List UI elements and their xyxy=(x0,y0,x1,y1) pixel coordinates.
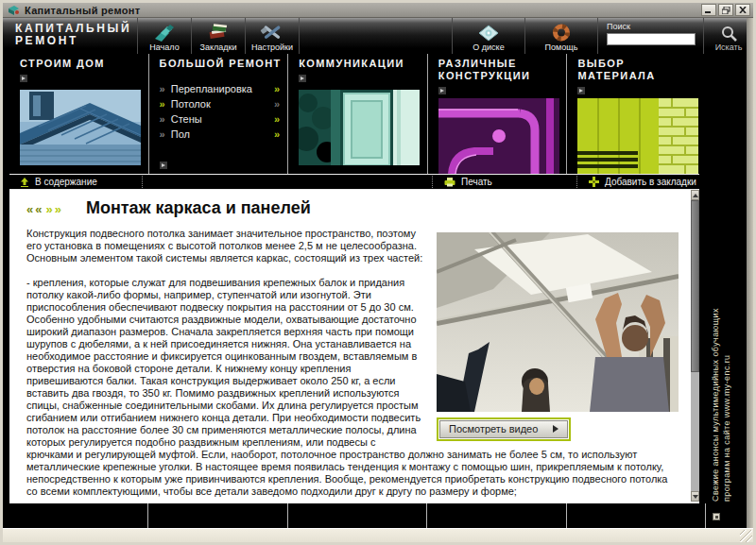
scrollbar-thumb[interactable] xyxy=(691,200,699,372)
play-icon xyxy=(553,425,558,433)
page-forward-arrows[interactable]: »» xyxy=(45,202,62,216)
bookmarks-icon xyxy=(206,23,231,42)
restore-icon xyxy=(722,7,730,14)
chevron-left-icon: » xyxy=(160,84,165,94)
app-window: Капитальный ремонт КАПИТАЛЬНЫЙ РЕМОНТ xyxy=(0,0,756,545)
bottom-divider-cell xyxy=(148,503,287,528)
watch-video-button[interactable]: Посмотреть видео xyxy=(439,420,568,438)
about-disc-label: О диске xyxy=(472,43,504,52)
search-input[interactable] xyxy=(607,33,696,45)
category-arrow-icon[interactable] xyxy=(299,75,306,82)
category-thumbnail-bricks[interactable] xyxy=(577,98,698,174)
chevron-right-icon: » xyxy=(274,99,280,110)
site-promo-note: Свежие анонсы мультимедийных обучающих п… xyxy=(711,286,732,502)
bottom-divider-cell xyxy=(288,503,427,528)
bookmarks-label: Закладки xyxy=(200,43,237,52)
category-thumbnail-pipes[interactable] xyxy=(438,98,559,174)
settings-label: Настройки xyxy=(251,43,293,52)
article-media-block: Посмотреть видео xyxy=(437,232,679,441)
about-disc-button[interactable]: О диске xyxy=(453,18,525,54)
settings-icon xyxy=(260,23,284,42)
disc-icon xyxy=(477,24,500,43)
category-title: ВЫБОР МАТЕРИАЛА xyxy=(577,58,706,82)
menu-item-floor[interactable]: » Пол » xyxy=(160,127,281,142)
arrow-up-icon xyxy=(20,178,29,187)
search-label: Поиск xyxy=(607,22,630,31)
category-title: РАЗЛИЧНЫЕ КОНСТРУКЦИИ xyxy=(438,58,567,82)
toolbar-separator xyxy=(432,176,433,188)
category-various-constructions[interactable]: РАЗЛИЧНЫЕ КОНСТРУКЦИИ xyxy=(428,54,568,174)
big-repair-menu: » Перепланировка » » Потолок » » Стены »… xyxy=(160,81,288,142)
app-header: КАПИТАЛЬНЫЙ РЕМОНТ Начало Закладки xyxy=(3,18,753,54)
home-icon xyxy=(152,23,177,42)
home-label: Начало xyxy=(149,43,179,52)
category-arrow-icon[interactable] xyxy=(438,87,446,94)
window-title: Капитальный ремонт xyxy=(25,5,699,16)
category-big-repair: БОЛЬШОЙ РЕМОНТ » Перепланировка » » Пото… xyxy=(149,54,289,174)
category-build-house[interactable]: СТРОИМ ДОМ xyxy=(9,54,149,174)
toolbar-separator xyxy=(142,176,143,188)
window-right-frame xyxy=(747,18,753,528)
ceiling-installation-photo xyxy=(437,232,679,412)
app-logo: КАПИТАЛЬНЫЙ РЕМОНТ xyxy=(3,18,138,54)
category-arrow-icon[interactable] xyxy=(577,87,585,94)
chevron-left-icon: » xyxy=(160,99,165,110)
help-label: Помощь xyxy=(545,43,578,52)
category-arrow-icon[interactable] xyxy=(20,75,27,82)
close-button[interactable] xyxy=(735,4,750,16)
scroll-down-button[interactable] xyxy=(691,491,699,502)
chevron-right-icon: » xyxy=(274,129,280,140)
search-button-label: Искать xyxy=(715,43,743,52)
contents-button[interactable]: В содержание xyxy=(20,175,97,189)
page-back-arrows[interactable]: «« xyxy=(26,202,43,216)
article-area: «« »» Монтаж каркаса и панелей xyxy=(9,190,699,503)
menu-item-ceiling[interactable]: » Потолок » xyxy=(160,96,281,111)
chevron-right-icon: » xyxy=(274,114,280,125)
restore-button[interactable] xyxy=(718,4,733,16)
menu-item-walls[interactable]: » Стены » xyxy=(160,111,281,127)
app-icon xyxy=(8,5,20,16)
category-title: СТРОИМ ДОМ xyxy=(20,58,148,70)
category-row: СТРОИМ ДОМ БОЛЬШОЙ РЕМОНТ » Переплан xyxy=(9,54,706,174)
window-statusbar xyxy=(3,528,753,543)
help-button[interactable]: Помощь xyxy=(525,18,598,54)
bottom-divider-cell xyxy=(706,503,747,528)
settings-button[interactable]: Настройки xyxy=(246,18,300,54)
category-communications[interactable]: КОММУНИКАЦИИ xyxy=(288,54,428,174)
printer-icon xyxy=(444,178,455,187)
header-spacer xyxy=(300,18,453,54)
chevron-right-icon: » xyxy=(274,84,280,94)
category-thumbnail-communications[interactable] xyxy=(299,90,420,165)
close-icon xyxy=(739,7,747,13)
menu-item-replanning[interactable]: » Перепланировка » xyxy=(160,81,281,96)
chevron-left-icon: » xyxy=(160,114,165,125)
minimize-button[interactable] xyxy=(701,4,716,16)
add-bookmark-button[interactable]: Добавить в закладки xyxy=(589,175,696,189)
help-icon xyxy=(550,24,573,43)
resize-grip[interactable] xyxy=(740,530,752,542)
right-sidebar: Свежие анонсы мультимедийных обучающих п… xyxy=(699,174,747,528)
print-button[interactable]: Печать xyxy=(444,175,492,189)
add-bookmark-label: Добавить в закладки xyxy=(605,177,696,187)
bookmarks-button[interactable]: Закладки xyxy=(192,18,246,54)
toolbar-separator xyxy=(576,176,577,188)
contents-label: В содержание xyxy=(35,177,97,187)
category-title: КОММУНИКАЦИИ xyxy=(299,58,427,70)
article-toolbar: В содержание Печать Добавить в закладки xyxy=(9,174,706,190)
minimize-icon xyxy=(705,7,713,13)
scroll-up-button[interactable] xyxy=(691,190,699,200)
content-scrollbar[interactable] xyxy=(691,190,699,502)
bottom-divider-cell xyxy=(9,503,148,528)
watch-video-label: Посмотреть видео xyxy=(449,423,538,434)
search-icon xyxy=(719,26,738,43)
video-button-frame: Посмотреть видео xyxy=(437,417,571,441)
add-bookmark-icon xyxy=(589,177,599,187)
home-button[interactable]: Начало xyxy=(138,18,192,54)
article-title: Монтаж каркаса и панелей xyxy=(86,198,311,218)
bottom-divider-cell xyxy=(567,503,706,528)
category-thumbnail-house[interactable] xyxy=(20,90,141,165)
category-material-choice[interactable]: ВЫБОР МАТЕРИАЛА xyxy=(567,54,706,174)
category-arrow-icon[interactable] xyxy=(160,162,167,169)
bottom-divider-cell xyxy=(427,503,566,528)
search-area: Поиск xyxy=(598,18,704,54)
